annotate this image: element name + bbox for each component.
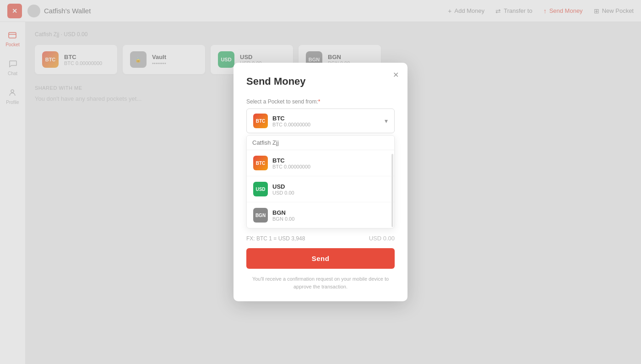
fx-label: FX: BTC 1 = USD 3,948: [246, 235, 305, 242]
pocket-dropdown-list: BTC BTC BTC 0.00000000 USD USD USD 0.00 …: [246, 135, 395, 228]
selected-pocket-icon: BTC: [253, 114, 268, 128]
modal-overlay: ✕ Send Money Select a Pocket to send fro…: [0, 0, 641, 364]
chevron-down-icon: ▾: [385, 117, 388, 125]
pocket-dropdown-items: BTC BTC BTC 0.00000000 USD USD USD 0.00 …: [247, 150, 394, 228]
dropdown-item-btc[interactable]: BTC BTC BTC 0.00000000: [247, 150, 394, 176]
modal-footer-text: You'll receive a confirmation request on…: [246, 275, 395, 290]
pocket-field-label: Select a Pocket to send from:*: [246, 98, 395, 105]
usd-option-name: USD: [272, 183, 294, 190]
pocket-dropdown[interactable]: BTC BTC BTC 0.00000000 ▾: [246, 109, 395, 133]
bgn-option-name: BGN: [272, 209, 294, 216]
modal-close-button[interactable]: ✕: [390, 69, 401, 80]
usd-option-icon: USD: [253, 182, 268, 196]
dropdown-item-usd[interactable]: USD USD USD 0.00: [247, 176, 394, 202]
pocket-search-input[interactable]: [247, 136, 394, 150]
dropdown-item-bgn[interactable]: BGN BGN BGN 0.00: [247, 202, 394, 228]
btc-option-value: BTC 0.00000000: [272, 164, 310, 169]
fx-amount: USD 0.00: [369, 235, 395, 242]
fx-row: FX: BTC 1 = USD 3,948 USD 0.00: [246, 235, 395, 242]
btc-option-icon: BTC: [253, 156, 268, 170]
send-button[interactable]: Send: [246, 248, 395, 269]
usd-option-value: USD 0.00: [272, 190, 294, 196]
selected-pocket-name: BTC: [272, 115, 310, 122]
send-money-modal: ✕ Send Money Select a Pocket to send fro…: [234, 63, 407, 301]
selected-pocket-value: BTC 0.00000000: [272, 122, 310, 127]
btc-option-name: BTC: [272, 157, 310, 164]
modal-title: Send Money: [246, 76, 395, 87]
dropdown-scrollbar: [391, 154, 393, 227]
bgn-option-icon: BGN: [253, 208, 268, 223]
bgn-option-value: BGN 0.00: [272, 216, 294, 222]
